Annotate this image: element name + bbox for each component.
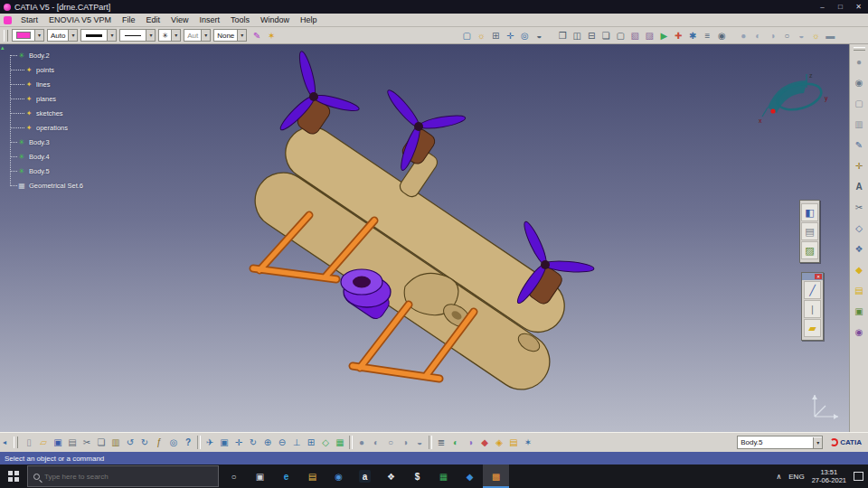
menu-file[interactable]: File (117, 15, 141, 24)
album-icon[interactable]: ▨ (642, 28, 656, 42)
print-icon[interactable]: ▤ (65, 436, 80, 450)
annotation-icon[interactable]: A (851, 179, 867, 194)
customize-icon[interactable]: ✚ (671, 28, 685, 42)
shading-hidden-edges-icon[interactable]: ◑ (765, 28, 779, 42)
tree-item-body-4[interactable]: ✳ Body.4 (6, 149, 83, 164)
render-style-select[interactable]: Aut ▾ (184, 29, 211, 42)
taskbar-catia[interactable]: ▩ (483, 465, 509, 488)
tray-chevron-up-icon[interactable]: ∧ (776, 473, 781, 481)
tray-clock[interactable]: 13:51 27-06-2021 (812, 468, 846, 484)
maximize-button[interactable]: □ (835, 3, 846, 11)
tile-horizontal-icon[interactable]: ◫ (570, 28, 584, 42)
menu-edit[interactable]: Edit (141, 15, 166, 24)
active-body-combo[interactable]: Body.5 ▾ (737, 436, 823, 449)
taskbar-cortana[interactable]: ○ (221, 465, 247, 488)
taskbar-store[interactable]: ◆ (457, 465, 483, 488)
lock-update-icon[interactable]: ◈ (492, 436, 506, 450)
panel-sheet-icon[interactable]: ▤ (801, 222, 818, 240)
depth-effect-icon[interactable]: ◒ (532, 28, 546, 42)
chevron-down-icon[interactable]: ▾ (34, 30, 43, 41)
close-icon[interactable]: ✕ (815, 274, 822, 279)
taskbar-task-view[interactable]: ▣ (247, 465, 273, 488)
pattern-icon[interactable]: ❖ (851, 241, 867, 257)
new-document-icon[interactable]: ▯ (22, 436, 36, 450)
pocket-icon[interactable]: ▥ (851, 117, 867, 132)
taskbar-edge[interactable]: e (273, 465, 299, 488)
menu-enovia[interactable]: ENOVIA V5 VPM (43, 15, 117, 24)
search-input[interactable] (44, 473, 212, 481)
search-icon[interactable]: ◎ (166, 436, 181, 450)
tree-item-body-3[interactable]: ✳ Body.3 (6, 135, 83, 149)
cut-icon[interactable]: ✂ (80, 436, 94, 450)
toolbar-grip[interactable] (854, 47, 865, 51)
catalog-icon[interactable]: ▤ (851, 283, 867, 298)
opacity-select[interactable]: Auto ▾ (47, 29, 78, 42)
taskbar-payments[interactable]: $ (404, 465, 430, 488)
snap-icon[interactable]: ✛ (503, 28, 517, 42)
tray-language[interactable]: ENG (788, 473, 804, 481)
tree-item-geometrical-set-6[interactable]: ▦ Geometrical Set.6 (6, 178, 83, 192)
3d-model-drone[interactable] (0, 44, 868, 432)
zoom-in-icon[interactable]: ⊕ (260, 436, 275, 450)
capture-icon[interactable]: ▧ (627, 28, 642, 42)
standards-icon[interactable]: ≡ (700, 28, 714, 42)
render-tool-icon[interactable]: ▣ (851, 304, 867, 319)
tree-item-sketches[interactable]: ✦ sketches (6, 106, 83, 120)
menu-insert[interactable]: Insert (193, 15, 225, 24)
panel-image-icon[interactable]: ▨ (801, 241, 818, 259)
save-icon[interactable]: ▣ (51, 436, 65, 450)
taskbar-dropbox[interactable]: ❖ (378, 465, 404, 488)
line-type-select[interactable]: ▾ (119, 29, 156, 42)
zoom-out-icon[interactable]: ⊖ (275, 436, 289, 450)
pad-icon[interactable]: ▢ (851, 96, 867, 111)
shading-view-icon[interactable]: ● (354, 436, 369, 450)
macro-play-icon[interactable]: ▶ (656, 28, 671, 42)
fill-color-select[interactable]: ▾ (12, 29, 44, 42)
grid-icon[interactable]: ⊞ (488, 28, 503, 42)
copy-icon[interactable]: ❏ (94, 436, 108, 450)
tree-scroll-up-icon[interactable]: ▴ (1, 44, 5, 52)
taskbar-excel[interactable]: ▦ (430, 465, 457, 488)
lighting-icon[interactable]: ☼ (808, 28, 823, 42)
tree-item-body-5[interactable]: ✳ Body.5 (6, 164, 83, 178)
hidden-line-view-icon[interactable]: ◑ (398, 436, 412, 450)
catalog-browser-icon[interactable]: ▤ (506, 436, 521, 450)
taskbar-search[interactable] (27, 465, 219, 487)
painter-icon[interactable]: ✎ (250, 28, 264, 42)
plane-tool-icon[interactable]: ▰ (804, 319, 821, 337)
part-body-icon[interactable]: ● (851, 54, 867, 70)
line-weight-select[interactable]: ▾ (80, 29, 117, 42)
trim-icon[interactable]: ✂ (851, 200, 867, 215)
knowledge-icon[interactable]: ✶ (521, 436, 535, 450)
chevron-down-icon[interactable]: ▾ (201, 30, 210, 41)
fly-mode-icon[interactable]: ✈ (203, 436, 217, 450)
view-compass[interactable]: z x y (755, 70, 832, 126)
camera-icon[interactable]: ▢ (459, 28, 474, 42)
measure-icon[interactable]: ✛ (851, 158, 867, 174)
minimize-button[interactable]: – (816, 3, 828, 11)
material-view-icon[interactable]: ◒ (412, 436, 427, 450)
camera-tool-icon[interactable]: ◉ (851, 324, 867, 340)
3d-viewport[interactable]: ▴ ✳ Body.2 ✦ points ✦ lines ✦ (0, 44, 868, 432)
taskbar-amazon[interactable]: a (352, 465, 378, 488)
chevron-down-icon[interactable]: ▾ (237, 30, 246, 41)
datum-icon[interactable]: ◆ (477, 436, 492, 450)
new-window-icon[interactable]: ❐ (555, 28, 570, 42)
pan-icon[interactable]: ✛ (231, 436, 246, 450)
fit-all-icon[interactable]: ▣ (217, 436, 231, 450)
named-views-icon[interactable]: ▦ (333, 436, 347, 450)
plane-icon[interactable]: ◇ (851, 221, 867, 236)
ground-icon[interactable]: ▬ (823, 28, 837, 42)
wizard-icon[interactable]: ✶ (264, 28, 278, 42)
sphere-tool-icon[interactable]: ◉ (851, 75, 867, 90)
chevron-down-icon[interactable]: ▾ (107, 30, 116, 41)
options-icon[interactable]: ✱ (685, 28, 700, 42)
tree-item-body-2[interactable]: ✳ Body.2 (6, 48, 83, 62)
toolbar-overflow-left-icon[interactable]: ◂ (3, 438, 12, 446)
open-icon[interactable]: ▱ (36, 436, 51, 450)
custom-view-mode-icon[interactable]: ◒ (794, 28, 808, 42)
swap-visible-space-icon[interactable]: ◑ (463, 436, 477, 450)
menu-start[interactable]: Start (15, 15, 43, 24)
visualization-icon[interactable]: ◉ (714, 28, 729, 42)
line-tool-icon[interactable]: ╱ (804, 281, 821, 299)
